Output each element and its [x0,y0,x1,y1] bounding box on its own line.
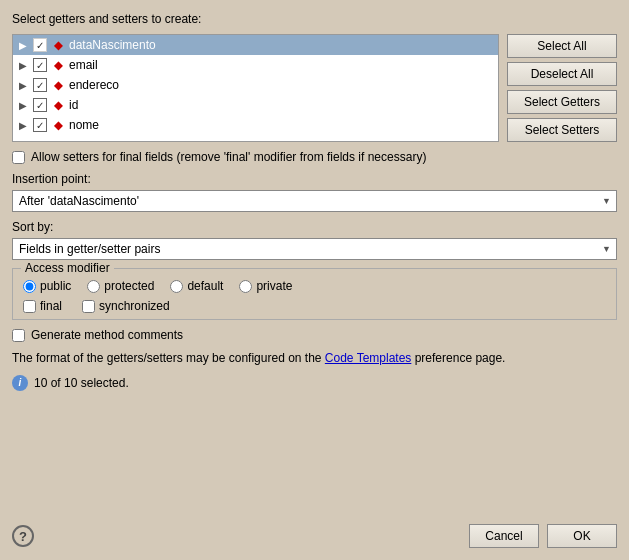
radio-private-label: private [256,279,292,293]
field-checkbox[interactable] [33,118,47,132]
list-item[interactable]: ▶ ◆ nome [13,115,498,135]
insertion-point-dropdown-wrapper: After 'dataNascimento' [12,190,617,212]
selection-status: 10 of 10 selected. [34,376,129,390]
field-type-icon: ◆ [51,38,65,52]
info-text-row: The format of the getters/setters may be… [12,350,617,367]
radio-default[interactable]: default [170,279,223,293]
sort-by-dropdown-wrapper: Fields in getter/setter pairs [12,238,617,260]
access-modifier-title: Access modifier [21,261,114,275]
dialog-title: Select getters and setters to create: [12,12,617,26]
sort-by-section: Sort by: Fields in getter/setter pairs [12,220,617,260]
field-name: email [69,58,98,72]
radio-protected[interactable]: protected [87,279,154,293]
dialog-footer: ? Cancel OK [12,524,617,548]
expand-arrow: ▶ [19,80,29,91]
expand-arrow: ▶ [19,100,29,111]
deselect-all-button[interactable]: Deselect All [507,62,617,86]
field-checkbox[interactable] [33,98,47,112]
field-name: endereco [69,78,119,92]
field-name: dataNascimento [69,38,156,52]
field-type-icon: ◆ [51,58,65,72]
synchronized-checkbox[interactable] [82,300,95,313]
field-checkbox[interactable] [33,38,47,52]
footer-buttons: Cancel OK [469,524,617,548]
generate-comments-row: Generate method comments [12,328,617,342]
sort-by-label: Sort by: [12,220,617,234]
radio-default-label: default [187,279,223,293]
allow-setters-checkbox[interactable] [12,151,25,164]
field-type-icon: ◆ [51,118,65,132]
info-text-before: The format of the getters/setters may be… [12,351,322,365]
generate-comments-checkbox[interactable] [12,329,25,342]
selection-status-row: i 10 of 10 selected. [12,375,617,391]
synchronized-checkbox-label[interactable]: synchronized [82,299,170,313]
modifier-checkboxes: final synchronized [23,299,606,313]
radio-public-label: public [40,279,71,293]
code-templates-link[interactable]: Code Templates [325,351,412,365]
expand-arrow: ▶ [19,40,29,51]
cancel-button[interactable]: Cancel [469,524,539,548]
final-checkbox-label[interactable]: final [23,299,62,313]
allow-setters-row: Allow setters for final fields (remove '… [12,150,617,164]
top-section: ▶ ◆ dataNascimento ▶ ◆ email ▶ ◆ enderec… [12,34,617,142]
action-buttons-panel: Select All Deselect All Select Getters S… [507,34,617,142]
generate-comments-label: Generate method comments [31,328,183,342]
field-list-container: ▶ ◆ dataNascimento ▶ ◆ email ▶ ◆ enderec… [12,34,499,142]
field-name: nome [69,118,99,132]
select-all-button[interactable]: Select All [507,34,617,58]
final-checkbox[interactable] [23,300,36,313]
list-item[interactable]: ▶ ◆ dataNascimento [13,35,498,55]
insertion-point-dropdown[interactable]: After 'dataNascimento' [12,190,617,212]
expand-arrow: ▶ [19,60,29,71]
dialog: Select getters and setters to create: ▶ … [0,0,629,560]
field-type-icon: ◆ [51,78,65,92]
list-item[interactable]: ▶ ◆ endereco [13,75,498,95]
insertion-point-section: Insertion point: After 'dataNascimento' [12,172,617,212]
select-getters-button[interactable]: Select Getters [507,90,617,114]
select-setters-button[interactable]: Select Setters [507,118,617,142]
radio-protected-label: protected [104,279,154,293]
ok-button[interactable]: OK [547,524,617,548]
final-label: final [40,299,62,313]
list-item[interactable]: ▶ ◆ email [13,55,498,75]
access-radio-row: public protected default private [23,279,606,293]
insertion-point-label: Insertion point: [12,172,617,186]
access-modifier-group: Access modifier public protected default… [12,268,617,320]
radio-private[interactable]: private [239,279,292,293]
expand-arrow: ▶ [19,120,29,131]
field-list: ▶ ◆ dataNascimento ▶ ◆ email ▶ ◆ enderec… [13,35,498,135]
help-icon[interactable]: ? [12,525,34,547]
field-type-icon: ◆ [51,98,65,112]
allow-setters-label: Allow setters for final fields (remove '… [31,150,426,164]
sort-by-dropdown[interactable]: Fields in getter/setter pairs [12,238,617,260]
field-checkbox[interactable] [33,58,47,72]
synchronized-label: synchronized [99,299,170,313]
info-icon: i [12,375,28,391]
list-item[interactable]: ▶ ◆ id [13,95,498,115]
field-checkbox[interactable] [33,78,47,92]
field-name: id [69,98,78,112]
info-text-after: preference page. [415,351,506,365]
radio-public[interactable]: public [23,279,71,293]
